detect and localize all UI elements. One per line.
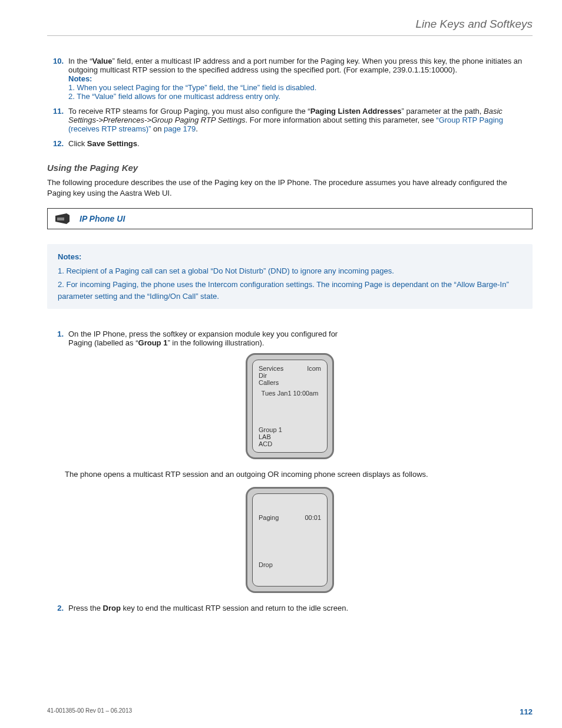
doc-revision: 41-001385-00 Rev 01 – 06.2013 <box>47 707 132 716</box>
ui-box-label: IP Phone UI <box>80 214 125 223</box>
step-number: 12. <box>47 139 66 148</box>
text: key to end the multicast RTP session and… <box>121 604 348 612</box>
notes-box: Notes: 1. Recipient of a Paging call can… <box>47 244 533 309</box>
text: ” in the following illustration). <box>167 338 264 347</box>
text: On the IP Phone, press the softkey or ex… <box>68 330 533 338</box>
proc-step-1: 1. On the IP Phone, press the softkey or… <box>47 330 533 347</box>
step-body: To receive RTP steams for Group Paging, … <box>66 107 533 133</box>
softkey-label: Services <box>259 365 283 372</box>
step-number: 1. <box>47 330 66 347</box>
note-line: 2. The “Value” field allows for one mult… <box>68 92 533 101</box>
softkey-label: LAB <box>259 433 282 440</box>
param-name: Paging Listen Addresses <box>310 107 402 116</box>
step-10: 10. In the “Value” field, enter a multic… <box>47 57 533 101</box>
step-body: On the IP Phone, press the softkey or ex… <box>66 330 533 347</box>
svg-rect-0 <box>57 218 64 220</box>
step-body: In the “Value” field, enter a multicast … <box>66 57 533 101</box>
status-label: Paging <box>259 514 279 521</box>
softkey-label: Dir <box>259 372 321 379</box>
result-text: The phone opens a multicast RTP session … <box>65 470 533 479</box>
text: . For more information about setting thi… <box>246 116 437 124</box>
ip-phone-ui-box: IP Phone UI <box>47 208 533 229</box>
text: on <box>151 124 164 133</box>
softkey-label: Drop <box>259 561 273 568</box>
step-number: 2. <box>47 604 66 612</box>
proc-step-2: 2. Press the Drop key to end the multica… <box>47 604 533 612</box>
text: ” parameter at the path, <box>402 107 484 116</box>
label: Group 1 <box>138 338 168 347</box>
note-line: 1. Recipient of a Paging call can set a … <box>58 265 522 277</box>
softkey-label: Callers <box>259 379 321 386</box>
datetime: Tues Jan1 10:00am <box>259 390 321 397</box>
timer: 00:01 <box>305 514 321 521</box>
subheading-using-paging-key: Using the Paging Key <box>47 163 533 173</box>
page-number: 112 <box>520 707 533 716</box>
page-footer: 41-001385-00 Rev 01 – 06.2013 112 <box>47 707 533 716</box>
step-body: Press the Drop key to end the multicast … <box>66 604 533 612</box>
step-11: 11. To receive RTP steams for Group Pagi… <box>47 107 533 133</box>
notes-label: Notes: <box>68 74 92 83</box>
action-name: Save Settings <box>87 139 137 148</box>
note-line: 2. For incoming Paging, the phone uses t… <box>58 279 522 302</box>
text: Click <box>68 139 87 148</box>
text: In the “ <box>68 57 92 65</box>
phone-screen-paging: Paging 00:01 Drop <box>246 487 334 593</box>
step-number: 10. <box>47 57 66 101</box>
page-ref-link[interactable]: page 179 <box>164 124 196 133</box>
step-body: Click Save Settings. <box>66 139 533 148</box>
procedure-intro: The following procedure describes the us… <box>47 177 533 199</box>
page-header: Line Keys and Softkeys <box>47 18 533 36</box>
phone-icon <box>54 212 71 225</box>
text: ” field, enter a multicast IP address an… <box>68 57 522 74</box>
step-number: 11. <box>47 107 66 133</box>
note-line: 1. When you select Paging for the “Type”… <box>68 83 533 92</box>
notes-title: Notes: <box>58 251 522 263</box>
text: Press the <box>68 604 103 612</box>
softkey-label: Group 1 <box>259 426 282 433</box>
field-name: Value <box>92 57 112 65</box>
key-name: Drop <box>103 604 121 612</box>
text: To receive RTP steams for Group Paging, … <box>68 107 310 116</box>
text: . <box>196 124 198 133</box>
step-12: 12. Click Save Settings. <box>47 139 533 148</box>
text: Paging (labelled as “ <box>68 338 138 347</box>
softkey-label: ACD <box>259 440 282 447</box>
softkey-label: Icom <box>307 365 321 372</box>
phone-screen-idle: Services Icom Dir Callers Tues Jan1 10:0… <box>246 353 334 459</box>
text: . <box>137 139 140 148</box>
